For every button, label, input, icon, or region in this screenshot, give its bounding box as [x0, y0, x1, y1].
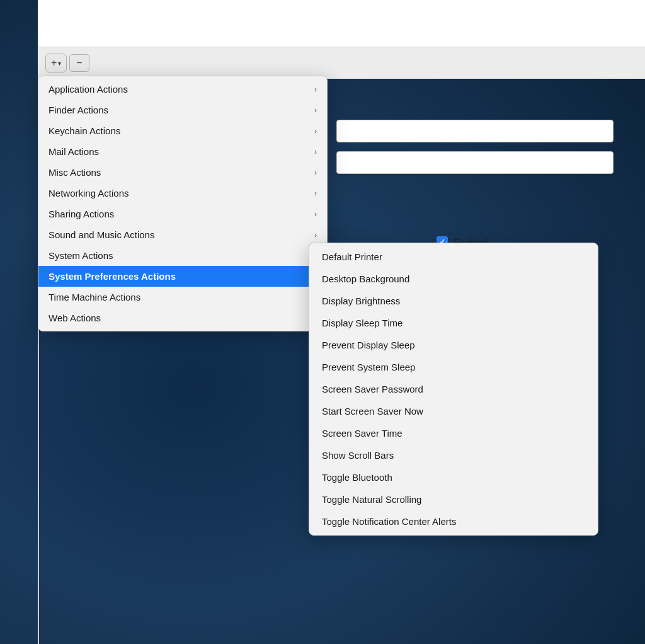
submenu-item-toggle-notification-center-alerts[interactable]: Toggle Notification Center Alerts	[309, 510, 598, 532]
menu-item-networking-actions[interactable]: Networking Actions›	[38, 183, 327, 204]
menu-item-label-networking-actions: Networking Actions	[49, 188, 314, 198]
input-field-1[interactable]	[336, 120, 614, 142]
chevron-icon-sharing-actions: ›	[314, 210, 317, 219]
submenu-item-prevent-display-sleep[interactable]: Prevent Display Sleep	[309, 334, 598, 356]
menu-item-finder-actions[interactable]: Finder Actions›	[38, 100, 327, 120]
submenu-item-prevent-system-sleep[interactable]: Prevent System Sleep	[309, 356, 598, 378]
menu-item-label-time-machine-actions: Time Machine Actions	[49, 292, 314, 302]
menu-item-label-misc-actions: Misc Actions	[49, 167, 314, 178]
menu-item-application-actions[interactable]: Application Actions›	[38, 79, 327, 100]
menu-item-label-system-preferences-actions: System Preferences Actions	[49, 271, 314, 282]
add-button[interactable]: + ▾	[46, 54, 66, 72]
chevron-icon-finder-actions: ›	[314, 106, 317, 115]
menu-item-sound-music-actions[interactable]: Sound and Music Actions›	[38, 224, 327, 245]
menu-item-label-application-actions: Application Actions	[49, 84, 314, 95]
input-fields-area	[336, 120, 614, 183]
submenu-item-start-screen-saver-now[interactable]: Start Screen Saver Now	[309, 400, 598, 422]
input-field-2[interactable]	[336, 151, 614, 174]
menu-item-mail-actions[interactable]: Mail Actions›	[38, 141, 327, 162]
menu-item-sharing-actions[interactable]: Sharing Actions›	[38, 204, 327, 224]
submenu-item-display-brightness[interactable]: Display Brightness	[309, 290, 598, 312]
toolbar: + ▾ −	[38, 47, 645, 79]
menu-item-misc-actions[interactable]: Misc Actions›	[38, 162, 327, 183]
menu-item-web-actions[interactable]: Web Actions›	[38, 308, 327, 328]
chevron-icon-mail-actions: ›	[314, 147, 317, 156]
chevron-icon-networking-actions: ›	[314, 189, 317, 198]
submenu: Default PrinterDesktop BackgroundDisplay…	[309, 243, 598, 536]
dropdown-arrow-icon: ▾	[58, 60, 61, 67]
submenu-item-toggle-natural-scrolling[interactable]: Toggle Natural Scrolling	[309, 488, 598, 510]
main-dropdown-menu: Application Actions›Finder Actions›Keych…	[38, 76, 328, 331]
submenu-item-toggle-bluetooth[interactable]: Toggle Bluetooth	[309, 466, 598, 488]
submenu-item-display-sleep-time[interactable]: Display Sleep Time	[309, 312, 598, 334]
chevron-icon-misc-actions: ›	[314, 168, 317, 177]
chevron-icon-sound-music-actions: ›	[314, 231, 317, 239]
chevron-icon-keychain-actions: ›	[314, 127, 317, 135]
add-button-group: + ▾	[45, 54, 67, 72]
menu-item-label-sharing-actions: Sharing Actions	[49, 209, 314, 219]
menu-item-label-web-actions: Web Actions	[49, 313, 314, 323]
menu-item-label-sound-music-actions: Sound and Music Actions	[49, 229, 314, 240]
plus-icon: +	[51, 57, 57, 69]
menu-item-label-system-actions: System Actions	[49, 250, 314, 261]
minus-icon: −	[76, 57, 82, 68]
menu-item-time-machine-actions[interactable]: Time Machine Actions›	[38, 287, 327, 308]
menu-item-system-actions[interactable]: System Actions›	[38, 245, 327, 266]
submenu-item-default-printer[interactable]: Default Printer	[309, 246, 598, 268]
top-panel	[38, 0, 645, 47]
menu-item-label-keychain-actions: Keychain Actions	[49, 125, 314, 136]
menu-item-system-preferences-actions[interactable]: System Preferences Actions›	[38, 266, 327, 287]
menu-item-keychain-actions[interactable]: Keychain Actions›	[38, 120, 327, 141]
chevron-icon-application-actions: ›	[314, 85, 317, 94]
menu-item-label-finder-actions: Finder Actions	[49, 105, 314, 115]
submenu-item-screen-saver-time[interactable]: Screen Saver Time	[309, 422, 598, 444]
menu-item-label-mail-actions: Mail Actions	[49, 146, 314, 157]
remove-button[interactable]: −	[69, 54, 89, 72]
submenu-item-desktop-background[interactable]: Desktop Background	[309, 268, 598, 290]
submenu-item-screen-saver-password[interactable]: Screen Saver Password	[309, 378, 598, 400]
submenu-item-show-scroll-bars[interactable]: Show Scroll Bars	[309, 444, 598, 466]
